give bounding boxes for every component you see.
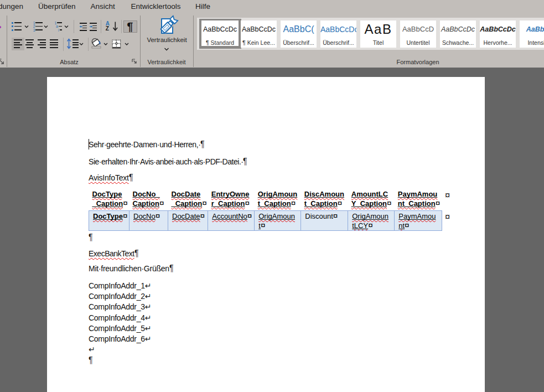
svg-text:i: i xyxy=(58,28,59,32)
svg-text:3: 3 xyxy=(33,28,35,32)
svg-text:Z: Z xyxy=(106,25,109,32)
svg-text:¶: ¶ xyxy=(127,20,133,33)
